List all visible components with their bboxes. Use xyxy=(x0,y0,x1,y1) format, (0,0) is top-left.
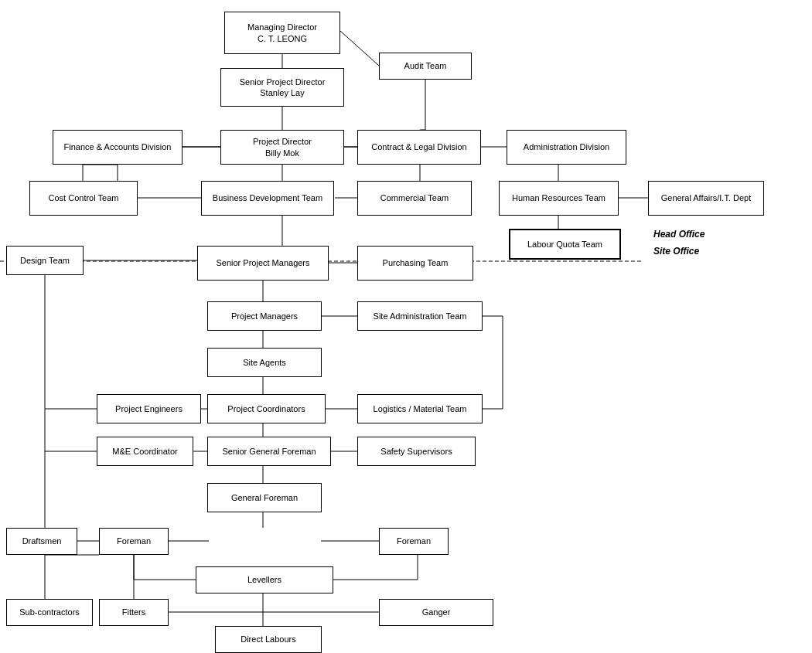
me-coordinator-label: M&E Coordinator xyxy=(112,446,177,457)
senior-pm-label: Senior Project Managers xyxy=(216,257,309,268)
audit-team-box: Audit Team xyxy=(379,53,472,80)
ganger-box: Ganger xyxy=(379,599,493,626)
general-foreman-box: General Foreman xyxy=(207,483,322,512)
site-agents-label: Site Agents xyxy=(243,357,286,368)
draftsmen-box: Draftsmen xyxy=(6,528,77,555)
project-director-box: Project Director Billy Mok xyxy=(220,130,344,165)
commercial-label: Commercial Team xyxy=(380,192,449,203)
commercial-box: Commercial Team xyxy=(357,181,472,216)
administration-label: Administration Division xyxy=(524,141,609,152)
site-admin-box: Site Administration Team xyxy=(357,301,483,331)
finance-accounts-box: Finance & Accounts Division xyxy=(53,130,183,165)
project-engineers-box: Project Engineers xyxy=(97,394,201,423)
cost-control-label: Cost Control Team xyxy=(49,192,119,203)
finance-accounts-label: Finance & Accounts Division xyxy=(64,141,172,152)
business-dev-label: Business Development Team xyxy=(213,192,322,203)
general-affairs-label: General Affairs/I.T. Dept xyxy=(661,192,752,203)
project-coordinators-label: Project Coordinators xyxy=(227,403,305,414)
logistics-box: Logistics / Material Team xyxy=(357,394,483,423)
safety-supervisors-label: Safety Supervisors xyxy=(380,446,452,457)
foreman-right-box: Foreman xyxy=(379,528,449,555)
managing-director-label: Managing Director C. T. LEONG xyxy=(247,22,317,44)
foreman-left-label: Foreman xyxy=(117,536,151,546)
senior-foreman-box: Senior General Foreman xyxy=(207,437,331,466)
site-admin-label: Site Administration Team xyxy=(374,311,467,321)
design-team-label: Design Team xyxy=(20,255,70,266)
senior-project-director-label: Senior Project Director Stanley Lay xyxy=(240,77,326,99)
project-managers-label: Project Managers xyxy=(231,311,298,321)
sub-contractors-label: Sub-contractors xyxy=(19,607,80,617)
head-office-label: Head Office xyxy=(653,229,705,240)
labour-quota-label: Labour Quota Team xyxy=(527,239,602,250)
direct-labours-box: Direct Labours xyxy=(215,626,322,653)
human-resources-box: Human Resources Team xyxy=(499,181,619,216)
contract-legal-label: Contract & Legal Division xyxy=(371,141,467,152)
project-engineers-label: Project Engineers xyxy=(115,403,183,414)
labour-quota-box: Labour Quota Team xyxy=(509,229,621,260)
cost-control-box: Cost Control Team xyxy=(29,181,138,216)
logistics-label: Logistics / Material Team xyxy=(374,403,467,414)
business-dev-box: Business Development Team xyxy=(201,181,334,216)
me-coordinator-box: M&E Coordinator xyxy=(97,437,193,466)
site-agents-box: Site Agents xyxy=(207,348,322,377)
svg-line-0 xyxy=(340,31,379,66)
draftsmen-label: Draftsmen xyxy=(22,536,62,546)
project-coordinators-box: Project Coordinators xyxy=(207,394,326,423)
foreman-right-label: Foreman xyxy=(397,536,431,546)
sub-contractors-box: Sub-contractors xyxy=(6,599,93,626)
project-managers-box: Project Managers xyxy=(207,301,322,331)
levellers-label: Levellers xyxy=(247,574,281,585)
safety-supervisors-box: Safety Supervisors xyxy=(357,437,476,466)
general-affairs-box: General Affairs/I.T. Dept xyxy=(648,181,764,216)
fitters-label: Fitters xyxy=(122,607,146,617)
administration-box: Administration Division xyxy=(507,130,626,165)
ganger-label: Ganger xyxy=(422,607,451,617)
general-foreman-label: General Foreman xyxy=(231,492,298,503)
direct-labours-label: Direct Labours xyxy=(241,634,296,644)
site-office-label: Site Office xyxy=(653,246,699,257)
purchasing-box: Purchasing Team xyxy=(357,246,473,281)
foreman-left-box: Foreman xyxy=(99,528,169,555)
contract-legal-box: Contract & Legal Division xyxy=(357,130,481,165)
audit-team-label: Audit Team xyxy=(404,60,447,71)
senior-foreman-label: Senior General Foreman xyxy=(222,446,316,457)
project-director-label: Project Director Billy Mok xyxy=(253,136,312,158)
managing-director-box: Managing Director C. T. LEONG xyxy=(224,12,340,54)
purchasing-label: Purchasing Team xyxy=(383,257,449,268)
human-resources-label: Human Resources Team xyxy=(512,192,606,203)
fitters-box: Fitters xyxy=(99,599,169,626)
senior-project-director-box: Senior Project Director Stanley Lay xyxy=(220,68,344,107)
org-chart: Managing Director C. T. LEONG Audit Team… xyxy=(0,0,812,15)
design-team-box: Design Team xyxy=(6,246,84,275)
levellers-box: Levellers xyxy=(196,566,333,593)
senior-pm-box: Senior Project Managers xyxy=(197,246,329,281)
